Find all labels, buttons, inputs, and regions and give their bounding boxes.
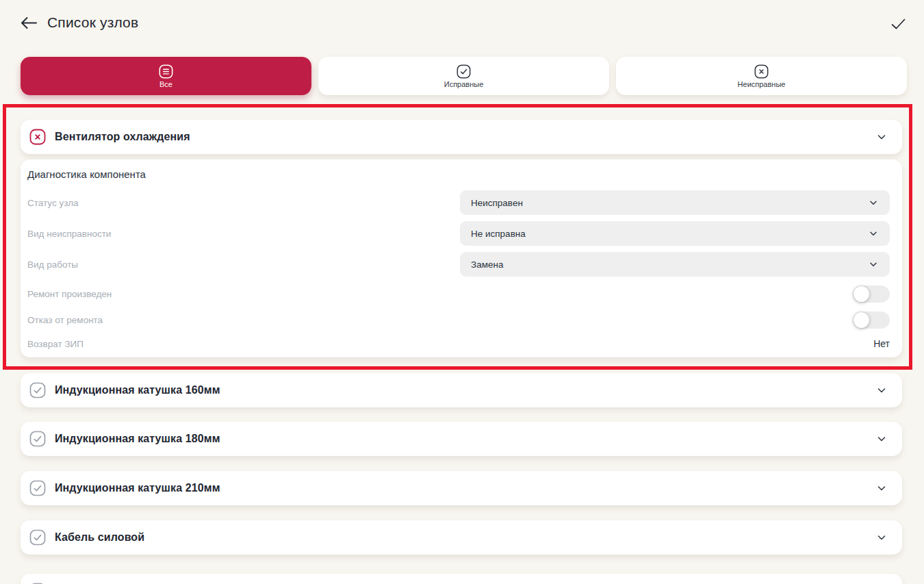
work-type-select[interactable]: Замена <box>460 252 890 277</box>
check-square-icon <box>29 382 46 398</box>
panel-heading: Диагностика компонента <box>27 168 890 180</box>
app-header: Список узлов <box>0 0 924 57</box>
chevron-down-icon <box>868 228 879 239</box>
diagnostics-panel: Диагностика компонента Статус узла Неисп… <box>21 160 902 357</box>
node-title: Индукционная катушка 160мм <box>55 384 220 396</box>
node-header-cooling-fan[interactable]: Вентилятор охлаждения <box>21 120 902 154</box>
node-title: Индукционная катушка 210мм <box>55 482 220 494</box>
chevron-down-icon <box>868 259 879 270</box>
tab-label: Неисправные <box>738 81 786 88</box>
field-label: Вид работы <box>27 259 78 270</box>
select-value: Неисправен <box>471 198 523 208</box>
toggle-knob <box>854 312 869 328</box>
chevron-down-icon <box>875 531 888 544</box>
toggle-knob <box>854 286 869 302</box>
check-square-icon <box>457 64 471 79</box>
node-status-select[interactable]: Неисправен <box>460 190 890 215</box>
filter-tabs: Все Исправные Неисправные <box>0 57 924 95</box>
fault-type-select[interactable]: Не исправна <box>460 221 890 246</box>
repair-done-toggle[interactable] <box>853 285 890 303</box>
check-square-icon <box>29 480 46 496</box>
back-button[interactable] <box>21 14 38 29</box>
node-title: Вентилятор охлаждения <box>55 131 190 143</box>
field-row-fault-type: Вид неисправности Не исправна <box>27 221 890 246</box>
field-row-work-type: Вид работы Замена <box>27 252 890 277</box>
check-square-icon <box>29 529 46 546</box>
check-icon <box>891 18 906 29</box>
node-header-coil-210[interactable]: Индукционная катушка 210мм <box>21 471 902 505</box>
arrow-left-icon <box>21 16 38 29</box>
node-header-power-cable[interactable]: Кабель силовой <box>21 520 902 555</box>
node-header-coil-180[interactable]: Индукционная катушка 180мм <box>21 422 902 456</box>
field-row-repair-refusal: Отказ от ремонта <box>27 311 890 329</box>
node-header-partial[interactable] <box>21 574 902 584</box>
repair-refusal-toggle[interactable] <box>853 312 890 329</box>
field-row-status: Статус узла Неисправен <box>27 190 890 215</box>
tab-label: Исправные <box>444 81 484 88</box>
select-value: Замена <box>471 259 503 270</box>
node-title: Индукционная катушка 180мм <box>55 433 220 445</box>
x-square-icon <box>29 129 46 145</box>
field-label: Статус узла <box>27 198 79 208</box>
tab-faulty[interactable]: Неисправные <box>616 57 907 95</box>
confirm-button[interactable] <box>891 14 906 29</box>
node-list: Вентилятор охлаждения Диагностика компон… <box>0 95 924 584</box>
chevron-down-icon <box>875 384 888 396</box>
field-row-repair-done: Ремонт произведен <box>27 285 890 303</box>
tab-all[interactable]: Все <box>21 57 311 95</box>
list-square-icon <box>159 64 173 79</box>
field-label: Вид неисправности <box>27 229 111 239</box>
page-title: Список узлов <box>47 14 138 31</box>
chevron-down-icon <box>875 433 888 445</box>
node-title: Кабель силовой <box>55 531 144 544</box>
field-label: Отказ от ремонта <box>27 315 103 325</box>
zip-return-value: Нет <box>873 338 890 349</box>
tab-working[interactable]: Исправные <box>318 57 609 95</box>
field-label: Возврат ЗИП <box>27 339 84 349</box>
chevron-down-icon <box>868 197 879 208</box>
select-value: Не исправна <box>471 229 526 239</box>
chevron-down-icon <box>875 482 888 494</box>
x-square-icon <box>754 64 769 79</box>
check-square-icon <box>29 431 46 447</box>
chevron-down-icon <box>875 131 888 143</box>
node-header-coil-160[interactable]: Индукционная катушка 160мм <box>21 373 902 407</box>
tab-label: Все <box>159 81 172 88</box>
field-label: Ремонт произведен <box>27 289 112 299</box>
field-row-zip-return: Возврат ЗИП Нет <box>27 338 890 349</box>
